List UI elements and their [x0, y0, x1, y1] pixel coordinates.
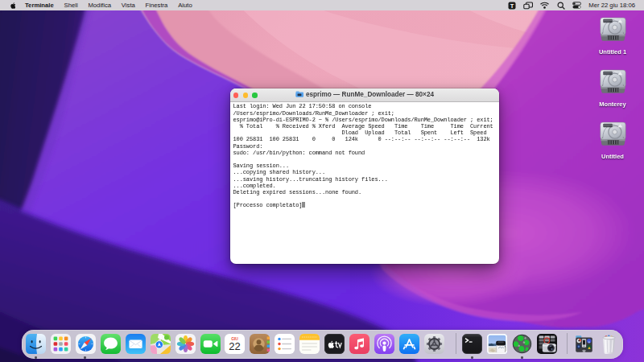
svg-text:T: T	[510, 2, 514, 9]
svg-text:22: 22	[229, 340, 241, 352]
